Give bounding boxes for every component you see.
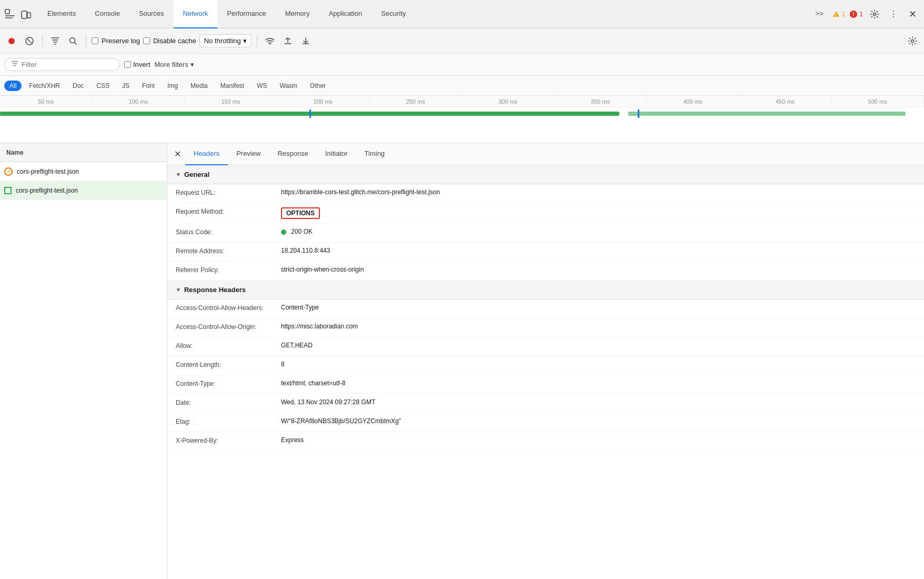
more-filters-button[interactable]: More filters ▾ bbox=[155, 61, 194, 68]
timeline-bar-2 bbox=[628, 112, 906, 116]
filter-funnel-icon bbox=[11, 61, 18, 68]
type-pill-manifest[interactable]: Manifest bbox=[215, 81, 249, 91]
preserve-log-checkbox[interactable]: Preserve log bbox=[92, 37, 140, 45]
type-pill-media[interactable]: Media bbox=[185, 81, 213, 91]
tab-performance[interactable]: Performance bbox=[217, 0, 275, 28]
tab-application[interactable]: Application bbox=[319, 0, 372, 28]
disable-cache-checkbox[interactable]: Disable cache bbox=[143, 37, 196, 45]
more-tabs-btn[interactable]: >> bbox=[811, 0, 827, 28]
top-tab-bar: Elements Console Sources Network Perform… bbox=[0, 0, 924, 28]
type-pill-wasm[interactable]: Wasm bbox=[275, 81, 303, 91]
tick-100: 100 ms bbox=[93, 96, 185, 107]
request-list-header: Name bbox=[0, 143, 167, 162]
square-icon bbox=[4, 187, 12, 194]
filter-input[interactable] bbox=[22, 61, 106, 68]
detail-row-remote-address: Remote Address: 18.204.110.8:443 bbox=[167, 243, 924, 262]
detail-row-date: Date: Wed, 13 Nov 2024 09:27:28 GMT bbox=[167, 394, 924, 413]
response-headers-arrow-icon: ▼ bbox=[176, 287, 181, 293]
request-item[interactable]: ↺ cors-preflight-test.json bbox=[0, 162, 167, 181]
main-area: Name ↺ cors-preflight-test.json cors-pre… bbox=[0, 143, 924, 579]
status-dot-icon bbox=[281, 229, 286, 235]
svg-text:!: ! bbox=[835, 12, 836, 17]
upload-icon[interactable] bbox=[280, 34, 295, 48]
divider-1 bbox=[42, 35, 43, 47]
network-toolbar: Preserve log Disable cache No throttling… bbox=[0, 28, 924, 54]
detail-row-acah: Access-Control-Allow-Headers: Content-Ty… bbox=[167, 300, 924, 318]
tick-50: 50 ms bbox=[0, 96, 93, 107]
type-pill-other[interactable]: Other bbox=[305, 81, 331, 91]
svg-point-15 bbox=[911, 39, 914, 42]
detail-tab-headers[interactable]: Headers bbox=[185, 143, 228, 165]
clear-button[interactable] bbox=[22, 34, 37, 48]
general-section-header[interactable]: ▼ General bbox=[167, 165, 924, 184]
invert-checkbox[interactable]: Invert bbox=[124, 61, 150, 68]
tick-350: 350 ms bbox=[555, 96, 647, 107]
general-section: ▼ General Request URL: https://bramble-c… bbox=[167, 165, 924, 281]
filter-bar: Invert More filters ▾ bbox=[0, 54, 924, 76]
throttle-select[interactable]: No throttling ▾ bbox=[199, 34, 252, 47]
search-icon[interactable] bbox=[66, 34, 81, 48]
tab-sources[interactable]: Sources bbox=[129, 0, 174, 28]
filter-icon[interactable] bbox=[48, 34, 63, 48]
detail-row-status-code: Status Code: 200 OK bbox=[167, 224, 924, 243]
detail-tab-initiator[interactable]: Initiator bbox=[317, 143, 356, 165]
type-pill-ws[interactable]: WS bbox=[252, 81, 272, 91]
download-icon[interactable] bbox=[298, 34, 313, 48]
tab-memory[interactable]: Memory bbox=[276, 0, 319, 28]
svg-line-13 bbox=[75, 42, 77, 44]
general-arrow-icon: ▼ bbox=[176, 172, 181, 177]
timeline-marker-2 bbox=[638, 109, 639, 118]
close-devtools-icon[interactable]: ✕ bbox=[905, 7, 920, 22]
tab-security[interactable]: Security bbox=[371, 0, 415, 28]
svg-line-11 bbox=[27, 39, 32, 43]
divider-2 bbox=[86, 35, 86, 47]
settings-icon[interactable] bbox=[867, 7, 882, 22]
filter-input-container[interactable] bbox=[4, 58, 120, 71]
type-pill-img[interactable]: Img bbox=[162, 81, 183, 91]
detail-tab-timing[interactable]: Timing bbox=[356, 143, 394, 165]
detail-row-referrer-policy: Referrer Policy: strict-origin-when-cros… bbox=[167, 262, 924, 281]
type-pill-fetch-xhr[interactable]: Fetch/XHR bbox=[24, 81, 65, 91]
detail-tab-response[interactable]: Response bbox=[269, 143, 317, 165]
inspect-icon[interactable] bbox=[4, 8, 16, 19]
type-pill-all[interactable]: All bbox=[4, 81, 22, 91]
detail-tab-preview[interactable]: Preview bbox=[228, 143, 269, 165]
record-button[interactable] bbox=[4, 34, 19, 48]
detail-row-allow: Allow: GET,HEAD bbox=[167, 337, 924, 356]
detail-row-request-method: Request Method: OPTIONS bbox=[167, 203, 924, 224]
type-pill-js[interactable]: JS bbox=[117, 81, 135, 91]
response-headers-section-header[interactable]: ▼ Response Headers bbox=[167, 281, 924, 300]
tick-150: 150 ms bbox=[185, 96, 277, 107]
timeline-content bbox=[0, 107, 924, 143]
device-toggle-icon[interactable] bbox=[20, 8, 32, 19]
divider-3 bbox=[257, 35, 257, 47]
type-pill-css[interactable]: CSS bbox=[91, 81, 115, 91]
detail-row-request-url: Request URL: https://bramble-cors-test.g… bbox=[167, 184, 924, 203]
detail-row-acao: Access-Control-Allow-Origin: https://mis… bbox=[167, 318, 924, 337]
network-settings-icon[interactable] bbox=[905, 34, 920, 48]
tab-console[interactable]: Console bbox=[85, 0, 129, 28]
svg-rect-0 bbox=[5, 9, 9, 14]
wifi-icon[interactable] bbox=[263, 34, 277, 48]
svg-text:!: ! bbox=[853, 12, 855, 17]
type-filter-bar: All Fetch/XHR Doc CSS JS Font Img Media … bbox=[0, 76, 924, 96]
warning-badge: ! 1 bbox=[832, 10, 846, 18]
tab-network[interactable]: Network bbox=[174, 0, 218, 28]
type-pill-font[interactable]: Font bbox=[137, 81, 160, 91]
svg-rect-4 bbox=[27, 13, 31, 18]
timeline-marker-1 bbox=[309, 109, 311, 118]
more-options-icon[interactable]: ⋮ bbox=[886, 7, 901, 22]
tab-elements[interactable]: Elements bbox=[38, 0, 85, 28]
tick-200: 200 ms bbox=[277, 96, 370, 107]
svg-point-9 bbox=[8, 38, 15, 44]
tabs-right-section: >> ! 1 ! 1 ⋮ ✕ bbox=[811, 0, 920, 28]
detail-close-button[interactable]: ✕ bbox=[169, 146, 185, 162]
options-badge: OPTIONS bbox=[281, 207, 320, 219]
cors-icon: ↺ bbox=[4, 167, 13, 176]
tick-500: 500 ms bbox=[831, 96, 924, 107]
request-item[interactable]: cors-preflight-test.json bbox=[0, 181, 167, 200]
type-pill-doc[interactable]: Doc bbox=[67, 81, 89, 91]
tick-300: 300 ms bbox=[462, 96, 555, 107]
svg-rect-3 bbox=[22, 11, 27, 18]
detail-panel: ✕ Headers Preview Response Initiator Tim… bbox=[167, 143, 924, 579]
